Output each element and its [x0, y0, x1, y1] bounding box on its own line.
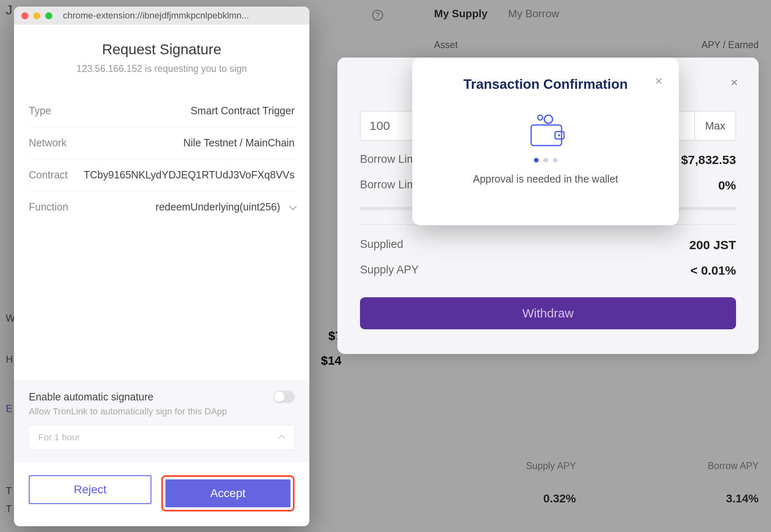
detail-value: Nile Testnet / MainChain [183, 137, 295, 149]
svg-rect-2 [531, 125, 562, 146]
detail-row-type: Type Smart Contract Trigger [29, 95, 295, 127]
detail-value: redeemUnderlying(uint256) [156, 201, 295, 213]
duration-select[interactable]: For 1 hour [29, 425, 295, 450]
confirmation-title: Transaction Confirmation [429, 76, 662, 92]
extension-window: chrome-extension://ibnejdfjmmkpcnlpebklm… [14, 7, 309, 526]
supply-apy-value: < 0.01% [690, 264, 736, 278]
supplied-value: 200 JST [690, 238, 736, 252]
supply-apy-label: Supply APY [360, 264, 419, 278]
detail-value: Smart Contract Trigger [190, 105, 295, 117]
toggle-knob [274, 391, 285, 402]
confirmation-text: Approval is needed in the wallet [429, 173, 662, 185]
chevron-up-icon [278, 435, 285, 442]
borrow-limit-value: $7,832.53 [681, 153, 736, 167]
auto-sig-toggle[interactable] [273, 391, 295, 403]
request-subtitle: 123.56.166.152 is requesting you to sign [29, 63, 295, 74]
chevron-down-icon [289, 202, 297, 210]
close-window-icon[interactable] [21, 12, 28, 19]
dot-active [534, 158, 539, 162]
close-icon[interactable]: × [655, 74, 662, 88]
detail-label: Function [29, 201, 68, 213]
close-icon[interactable]: × [730, 75, 738, 90]
accept-button[interactable]: Accept [165, 479, 290, 507]
detail-label: Contract [29, 169, 67, 181]
detail-value: TCby9165NKLydYDJEQ1RTUdJ3VoFXq8VVs [84, 169, 295, 181]
transaction-confirmation-modal: × Transaction Confirmation Approval is n… [412, 58, 679, 225]
borrow-limit-used-value: 0% [718, 178, 736, 192]
svg-point-4 [558, 134, 560, 136]
detail-row-contract: Contract TCby9165NKLydYDJEQ1RTUdJ3VoFXq8… [29, 159, 295, 191]
request-title: Request Signature [29, 41, 295, 58]
progress-dots [429, 158, 662, 162]
detail-row-network: Network Nile Testnet / MainChain [29, 127, 295, 159]
window-url: chrome-extension://ibnejdfjmmkpcnlpebklm… [63, 10, 249, 21]
accept-button-highlight: Accept [161, 475, 295, 511]
dot [543, 158, 548, 162]
svg-point-0 [538, 115, 543, 120]
auto-sig-label: Enable automatic signature [29, 391, 153, 403]
withdraw-button[interactable]: Withdraw [360, 297, 736, 329]
auto-sig-description: Allow TronLink to automatically sign for… [29, 406, 295, 417]
detail-row-function[interactable]: Function redeemUnderlying(uint256) [29, 191, 295, 223]
detail-label: Network [29, 137, 67, 149]
dot [553, 158, 557, 162]
wallet-icon [523, 114, 568, 147]
max-button[interactable]: Max [695, 111, 736, 141]
window-titlebar: chrome-extension://ibnejdfjmmkpcnlpebklm… [14, 7, 309, 25]
reject-button[interactable]: Reject [29, 475, 151, 504]
extension-footer: Reject Accept [29, 462, 295, 514]
minimize-window-icon[interactable] [33, 12, 40, 19]
maximize-window-icon[interactable] [45, 12, 52, 19]
duration-value: For 1 hour [38, 432, 80, 443]
detail-label: Type [29, 105, 51, 117]
traffic-lights [21, 12, 52, 19]
auto-signature-panel: Enable automatic signature Allow TronLin… [14, 380, 309, 462]
supplied-label: Supplied [360, 238, 403, 252]
svg-point-1 [544, 115, 553, 123]
